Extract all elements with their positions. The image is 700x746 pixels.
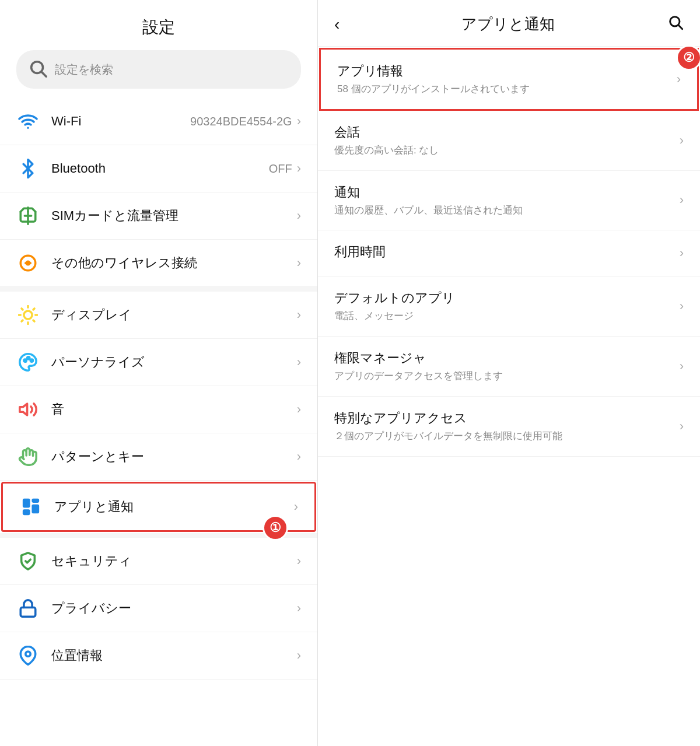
usage-time-chevron: › <box>680 246 684 261</box>
svg-rect-25 <box>20 608 36 617</box>
sidebar-item-display[interactable]: ディスプレイ › <box>0 292 317 339</box>
default-apps-title: デフォルトのアプリ <box>334 289 675 307</box>
right-search-button[interactable] <box>667 14 684 34</box>
permission-manager-title: 権限マネージャ <box>334 349 675 367</box>
bluetooth-label: Bluetooth <box>51 161 269 176</box>
security-label: セキュリティ <box>51 552 297 570</box>
right-item-notification[interactable]: 通知 通知の履歴、バブル、最近送信された通知 › <box>318 171 700 231</box>
sidebar-item-pattern[interactable]: パターンとキー › <box>0 433 317 481</box>
sidebar-item-sim[interactable]: SIMカードと流量管理 › <box>0 192 317 240</box>
search-placeholder: 設定を検索 <box>55 62 113 78</box>
right-item-conversation[interactable]: 会話 優先度の高い会話: なし › <box>318 111 700 171</box>
sidebar-item-location[interactable]: 位置情報 › <box>0 632 317 680</box>
back-button[interactable]: ‹ <box>334 15 340 34</box>
settings-title: 設定 <box>0 0 317 50</box>
privacy-chevron: › <box>297 601 301 616</box>
sidebar-item-wireless[interactable]: その他のワイヤレス接続 › <box>0 240 317 287</box>
permission-manager-content: 権限マネージャ アプリのデータアクセスを管理します <box>334 349 675 383</box>
right-item-default-apps[interactable]: デフォルトのアプリ 電話、メッセージ › <box>318 276 700 337</box>
special-access-content: 特別なアプリアクセス ２個のアプリがモバイルデータを無制限に使用可能 <box>334 409 675 443</box>
conversation-content: 会話 優先度の高い会話: なし <box>334 124 675 157</box>
wireless-label: その他のワイヤレス接続 <box>51 254 297 272</box>
bluetooth-chevron: › <box>297 161 301 176</box>
svg-point-19 <box>30 359 33 362</box>
location-chevron: › <box>297 648 301 663</box>
right-items-list: アプリ情報 58 個のアプリがインストールされています › ② 会話 優先度の高… <box>318 47 700 746</box>
svg-line-16 <box>33 309 34 310</box>
search-icon <box>28 58 48 80</box>
svg-point-17 <box>24 359 26 362</box>
notification-subtitle: 通知の履歴、バブル、最近送信された通知 <box>334 204 675 218</box>
special-access-chevron: › <box>680 419 684 434</box>
app-info-chevron: › <box>677 72 681 87</box>
pattern-icon <box>16 445 40 468</box>
search-bar[interactable]: 設定を検索 <box>16 50 301 89</box>
privacy-label: プライバシー <box>51 600 297 617</box>
svg-marker-20 <box>20 404 27 415</box>
svg-rect-21 <box>23 499 30 508</box>
sidebar-item-bluetooth[interactable]: Bluetooth OFF › <box>0 145 317 192</box>
personalize-icon <box>16 351 40 374</box>
svg-rect-23 <box>32 505 39 514</box>
conversation-chevron: › <box>680 133 684 148</box>
display-label: ディスプレイ <box>51 306 297 324</box>
location-label: 位置情報 <box>51 647 297 664</box>
app-info-subtitle: 58 個のアプリがインストールされています <box>337 82 672 96</box>
apps-icon <box>19 495 43 519</box>
default-apps-content: デフォルトのアプリ 電話、メッセージ <box>334 289 675 323</box>
personalize-chevron: › <box>297 355 301 370</box>
privacy-icon <box>16 597 40 620</box>
notification-title: 通知 <box>334 184 675 201</box>
notification-content: 通知 通知の履歴、バブル、最近送信された通知 <box>334 184 675 218</box>
sim-label: SIMカードと流量管理 <box>51 207 297 225</box>
security-chevron: › <box>297 554 301 569</box>
settings-panel: 設定 設定を検索 Wi-Fi 90324BDE4554-2G › <box>0 0 318 746</box>
usage-time-title: 利用時間 <box>334 243 675 261</box>
settings-list: Wi-Fi 90324BDE4554-2G › Bluetooth OFF › <box>0 98 317 746</box>
display-icon <box>16 303 40 327</box>
usage-time-content: 利用時間 <box>334 243 675 263</box>
svg-line-11 <box>22 309 23 310</box>
right-item-special-access[interactable]: 特別なアプリアクセス ２個のアプリがモバイルデータを無制限に使用可能 › <box>318 397 700 457</box>
badge-2: ② <box>676 45 700 71</box>
default-apps-chevron: › <box>680 299 684 314</box>
pattern-chevron: › <box>297 449 301 464</box>
sidebar-item-wifi[interactable]: Wi-Fi 90324BDE4554-2G › <box>0 98 317 145</box>
apps-label: アプリと通知 <box>54 498 294 516</box>
sim-icon <box>16 204 40 227</box>
special-access-title: 特別なアプリアクセス <box>334 409 675 427</box>
sidebar-item-security[interactable]: セキュリティ › <box>0 538 317 585</box>
wifi-icon <box>16 110 40 133</box>
app-info-title: アプリ情報 <box>337 62 672 80</box>
conversation-title: 会話 <box>334 124 675 141</box>
apps-chevron: › <box>294 499 298 514</box>
sim-chevron: › <box>297 208 301 223</box>
right-item-app-info[interactable]: アプリ情報 58 個のアプリがインストールされています › ② <box>319 48 699 111</box>
sidebar-item-apps[interactable]: アプリと通知 › ① <box>1 482 316 532</box>
svg-point-8 <box>24 311 32 319</box>
sound-icon <box>16 398 40 421</box>
svg-rect-24 <box>23 509 30 515</box>
personalize-label: パーソナライズ <box>51 353 297 371</box>
svg-line-28 <box>678 25 682 29</box>
wifi-label: Wi-Fi <box>51 114 190 129</box>
right-item-usage-time[interactable]: 利用時間 › <box>318 230 700 276</box>
bluetooth-icon <box>16 157 40 180</box>
sidebar-item-personalize[interactable]: パーソナライズ › <box>0 339 317 386</box>
sound-chevron: › <box>297 402 301 417</box>
wifi-chevron: › <box>297 114 301 129</box>
display-chevron: › <box>297 307 301 323</box>
svg-line-1 <box>41 72 46 76</box>
wifi-value: 90324BDE4554-2G <box>190 115 292 128</box>
wireless-chevron: › <box>297 255 301 271</box>
sidebar-item-privacy[interactable]: プライバシー › <box>0 585 317 632</box>
right-item-permission-manager[interactable]: 権限マネージャ アプリのデータアクセスを管理します › <box>318 337 700 397</box>
default-apps-subtitle: 電話、メッセージ <box>334 309 675 323</box>
svg-point-26 <box>26 652 31 657</box>
permission-manager-chevron: › <box>680 359 684 374</box>
svg-point-18 <box>27 357 30 359</box>
sidebar-item-sound[interactable]: 音 › <box>0 386 317 433</box>
wireless-icon <box>16 251 40 275</box>
svg-rect-22 <box>32 499 39 503</box>
security-icon <box>16 549 40 573</box>
